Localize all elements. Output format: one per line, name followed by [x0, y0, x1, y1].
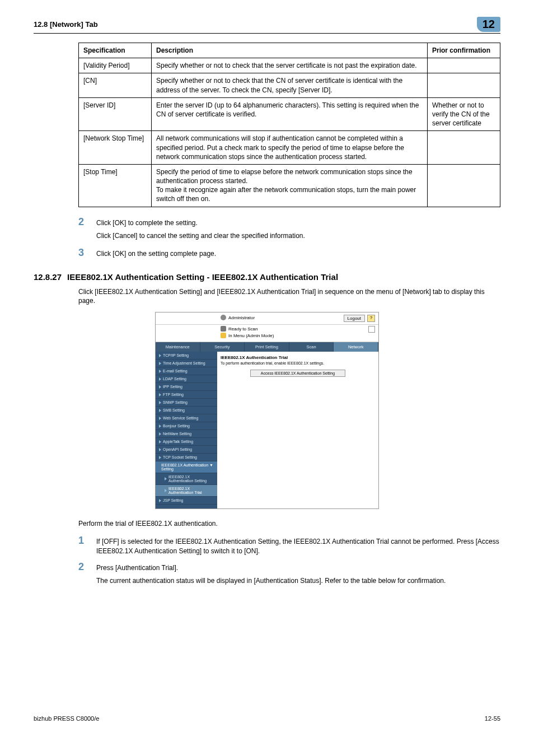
table-row: [Server ID]Enter the server ID (up to 64… [79, 97, 500, 131]
sidebar-sub-ieee-setting[interactable]: IEEE802.1X Authentication Setting [156, 473, 217, 485]
cell-prior [428, 164, 500, 207]
chevron-right-icon [159, 401, 161, 404]
section-heading: 12.8.27 IEEE802.1X Authentication Settin… [34, 272, 500, 282]
sidebar-group-ieee[interactable]: IEEE802.1X Authentication ▼ Setting [156, 461, 217, 473]
chevron-right-icon [159, 409, 161, 412]
th-prior-confirmation: Prior confirmation [428, 43, 500, 58]
tab-network[interactable]: Network [334, 342, 378, 352]
chevron-right-icon [159, 377, 161, 381]
specification-table: Specification Description Prior confirma… [78, 43, 500, 207]
step-number: 3 [78, 247, 86, 259]
tab-maintenance[interactable]: Maintenance [156, 342, 200, 352]
sidebar-item-smb[interactable]: SMB Setting [156, 407, 217, 414]
chevron-right-icon [159, 393, 161, 396]
chevron-right-icon [159, 432, 161, 436]
tab-scan[interactable]: Scan [289, 342, 334, 352]
sidebar-item-jsp[interactable]: JSP Setting [156, 497, 217, 505]
step-3: 3 Click [OK] on the setting complete pag… [78, 247, 500, 259]
sidebar-item-label: LDAP Setting [163, 377, 186, 381]
sidebar-item-ipp[interactable]: IPP Setting [156, 383, 217, 391]
sidebar-item-tcpip[interactable]: TCP/IP Setting [156, 352, 217, 360]
access-ieee-setting-button[interactable]: Access IEEE802.1X Authentication Setting [250, 370, 345, 377]
step-subtext: Click [Cancel] to cancel the setting and… [96, 231, 500, 240]
chevron-right-icon [165, 477, 167, 480]
cell-desc: Specify the period of time to elapse bef… [152, 164, 428, 207]
cell-prior [428, 131, 500, 165]
panel-title: IEEE802.1X Authentication Trial [221, 355, 375, 360]
sidebar-item-ldap[interactable]: LDAP Setting [156, 375, 217, 383]
cell-spec: [Stop Time] [79, 164, 152, 207]
tab-security[interactable]: Security [200, 342, 245, 352]
sidebar-item-label: SNMP Setting [163, 400, 188, 404]
th-description: Description [152, 43, 428, 58]
step-text: Press [Authentication Trial]. [96, 563, 178, 572]
chevron-right-icon [159, 456, 161, 459]
cell-desc: All network communications will stop if … [152, 131, 428, 165]
th-specification: Specification [79, 43, 152, 58]
chevron-right-icon [159, 499, 161, 502]
sidebar-item-label: IEEE802.1X Authentication Setting [168, 475, 214, 483]
sidebar: TCP/IP Setting Time Adjustment Setting E… [156, 352, 217, 508]
step-text: Click [OK] to complete the setting. [96, 218, 198, 227]
step-text: If [OFF] is selected for the IEEE802.1X … [96, 537, 500, 555]
sidebar-item-label: Web Service Setting [163, 416, 198, 420]
sidebar-item-ftp[interactable]: FTP Setting [156, 391, 217, 399]
sidebar-item-webservice[interactable]: Web Service Setting [156, 414, 217, 422]
sidebar-item-label: IPP Setting [163, 385, 182, 389]
sidebar-item-tcpsocket[interactable]: TCP Socket Setting [156, 454, 217, 461]
sidebar-item-label: SMB Setting [163, 408, 185, 412]
cell-desc: Enter the server ID (up to 64 alphanumer… [152, 97, 428, 131]
avatar-icon [221, 315, 226, 320]
sidebar-item-snmp[interactable]: SNMP Setting [156, 399, 217, 407]
sidebar-item-bonjour[interactable]: Bonjour Setting [156, 422, 217, 430]
page-header: 12.8 [Network] Tab 12 [34, 17, 500, 34]
sidebar-item-openapi[interactable]: OpenAPI Setting [156, 446, 217, 454]
intro-paragraph: Click [IEEE802.1X Authentication Setting… [78, 287, 500, 305]
cell-prior: Whether or not to verify the CN of the s… [428, 97, 500, 131]
printer-icon [221, 326, 226, 332]
section-title: IEEE802.1X Authentication Setting - IEEE… [67, 272, 338, 282]
sidebar-item-label: Bonjour Setting [163, 424, 190, 428]
step-number: 2 [78, 216, 86, 228]
sidebar-item-email[interactable]: E-mail Setting [156, 367, 217, 375]
chevron-right-icon [159, 385, 161, 389]
embedded-screenshot: Administrator Logout ? Ready to Scan In … [155, 312, 379, 509]
sidebar-item-label: TCP Socket Setting [163, 455, 197, 459]
sidebar-item-appletalk[interactable]: AppleTalk Setting [156, 438, 217, 446]
step-number: 1 [78, 535, 86, 547]
cell-prior [428, 58, 500, 73]
tab-bar: Maintenance Security Print Setting Scan … [156, 342, 378, 352]
step-text: Click [OK] on the setting complete page. [96, 249, 216, 258]
step-2: 2 Click [OK] to complete the setting. [78, 216, 500, 228]
table-row: [Network Stop Time]All network communica… [79, 131, 500, 165]
cell-desc: Specify whether or not to check that the… [152, 58, 428, 73]
cell-spec: [CN] [79, 73, 152, 97]
sidebar-item-time[interactable]: Time Adjustment Setting [156, 360, 217, 367]
logout-button[interactable]: Logout [344, 315, 365, 322]
sidebar-item-label: NetWare Setting [163, 432, 191, 436]
chevron-right-icon [159, 448, 161, 451]
chevron-right-icon [159, 440, 161, 444]
footer-model: bizhub PRESS C8000/e [34, 715, 99, 722]
sidebar-item-label: Time Adjustment Setting [163, 361, 205, 365]
sidebar-item-netware[interactable]: NetWare Setting [156, 430, 217, 438]
page-footer: bizhub PRESS C8000/e 12-55 [34, 592, 500, 722]
cell-desc: Specify whether or not to check that the… [152, 73, 428, 97]
footer-page-number: 12-55 [485, 715, 500, 722]
step-b1: 1 If [OFF] is selected for the IEEE802.1… [78, 535, 500, 555]
tab-print-setting[interactable]: Print Setting [245, 342, 289, 352]
chevron-right-icon [159, 424, 161, 428]
cell-spec: [Network Stop Time] [79, 131, 152, 165]
sidebar-sub-ieee-trial[interactable]: IEEE802.1X Authentication Trial [156, 485, 217, 497]
cell-spec: [Server ID] [79, 97, 152, 131]
step-subtext: The current authentication status will b… [96, 576, 500, 585]
sidebar-item-label: AppleTalk Setting [163, 440, 193, 444]
help-button[interactable]: ? [367, 315, 375, 322]
chevron-right-icon [159, 417, 161, 420]
after-paragraph: Perform the trial of IEEE802.1X authenti… [78, 519, 500, 528]
refresh-icon[interactable] [368, 326, 375, 333]
chevron-right-icon [165, 489, 167, 492]
step-b2: 2 Press [Authentication Trial]. [78, 561, 500, 573]
cell-prior [428, 73, 500, 97]
sidebar-item-label: FTP Setting [163, 393, 184, 396]
